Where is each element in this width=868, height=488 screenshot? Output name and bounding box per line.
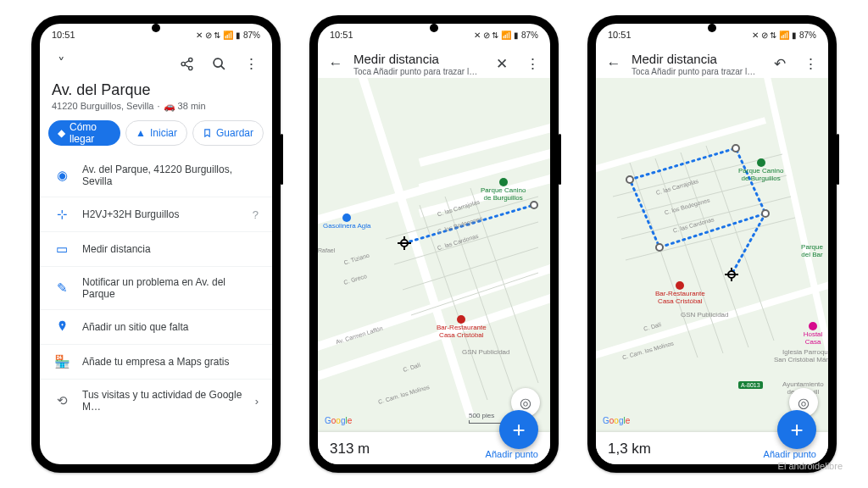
svg-point-0 xyxy=(188,58,192,61)
action-chips: ◆ Cómo llegar ▲ Iniciar Guardar xyxy=(40,117,272,154)
map-canvas[interactable]: Parque Canino de Burguillos Parque del B… xyxy=(596,78,828,432)
poi-bar[interactable]: Bar-Restaurante Casa Cristóbal xyxy=(655,281,705,306)
poi-gsn[interactable]: GSN Publicidad xyxy=(681,312,728,319)
add-point-fab[interactable]: + xyxy=(499,410,538,449)
map-roads xyxy=(596,78,828,432)
measure-node xyxy=(530,201,538,209)
save-button[interactable]: Guardar xyxy=(192,120,264,146)
search-icon[interactable] xyxy=(206,51,231,76)
map-canvas[interactable]: Gasolinera Agla Parque Canino de Burguil… xyxy=(318,78,550,432)
row-business[interactable]: 🏪Añade tu empresa a Maps gratis xyxy=(40,345,272,380)
add-place-icon xyxy=(53,319,70,335)
header-subtitle: Toca Añadir punto para trazar l… xyxy=(353,67,484,76)
back-icon[interactable]: ← xyxy=(601,51,626,76)
road-shield: A-8013 xyxy=(738,381,763,389)
row-pluscode[interactable]: ⊹H2VJ+32H Burguillos? xyxy=(40,197,272,232)
measure-header: ← Medir distancia Toca Añadir punto para… xyxy=(596,46,828,78)
poi-gasolinera[interactable]: Gasolinera Agla xyxy=(323,214,370,230)
chevron-right-icon: › xyxy=(255,395,259,408)
google-logo: Google xyxy=(325,416,352,425)
start-button[interactable]: ▲ Iniciar xyxy=(125,120,187,146)
status-time: 10:51 xyxy=(330,30,353,40)
overflow-icon[interactable]: ⋮ xyxy=(798,51,823,76)
svg-point-2 xyxy=(188,66,192,69)
pencil-icon: ✎ xyxy=(53,280,70,296)
poi-parque[interactable]: Parque Canino de Burguillos xyxy=(481,178,526,202)
poi-gsn[interactable]: GSN Publicidad xyxy=(462,349,509,357)
pluscode-icon: ⊹ xyxy=(53,207,70,222)
overflow-icon[interactable]: ⋮ xyxy=(238,51,264,76)
map-roads xyxy=(318,78,550,432)
status-icons: ✕ ⊘ ⇅ 📶 ▮ xyxy=(196,30,241,40)
header-title: Medir distancia xyxy=(353,52,484,66)
row-report[interactable]: ✎Notificar un problema en Av. del Parque xyxy=(40,267,272,310)
add-point-link[interactable]: Añadir punto xyxy=(486,449,538,459)
poi-bar[interactable]: Bar-Restaurante Casa Cristóbal xyxy=(437,315,487,340)
row-address[interactable]: ◉Av. del Parque, 41220 Burguillos, Sevil… xyxy=(40,154,272,197)
place-subtitle: 41220 Burguillos, Sevilla·🚗 38 min xyxy=(52,101,260,112)
header-subtitle: Toca Añadir punto para trazar l… xyxy=(632,67,762,76)
place-header: Av. del Parque 41220 Burguillos, Sevilla… xyxy=(40,81,272,117)
close-icon[interactable]: ✕ xyxy=(489,51,515,76)
measure-crosshair xyxy=(398,236,411,250)
row-measure[interactable]: ▭Medir distancia xyxy=(40,232,272,267)
history-icon: ⟲ xyxy=(53,393,70,408)
measure-bottombar: + 1,3 km Añadir punto xyxy=(596,432,828,464)
camera-hole xyxy=(708,24,716,32)
status-battery: 87% xyxy=(243,30,260,40)
google-logo: Google xyxy=(603,416,630,425)
place-topbar: ˅ ⋮ xyxy=(40,46,272,81)
store-icon: 🏪 xyxy=(53,354,70,369)
phone-3: 10:51 ✕ ⊘ ⇅ 📶 ▮ 87% ← Medir distancia To… xyxy=(587,15,837,473)
help-icon[interactable]: ? xyxy=(253,208,259,221)
status-time: 10:51 xyxy=(608,30,632,40)
camera-hole xyxy=(430,24,438,32)
svg-point-3 xyxy=(214,58,222,67)
ruler-icon: ▭ xyxy=(53,241,70,257)
pin-icon: ◉ xyxy=(53,168,70,183)
phone-1: 10:51 ✕ ⊘ ⇅ 📶 ▮ 87% ˅ ⋮ Av. del Parque 4… xyxy=(31,15,281,473)
poi-hostal[interactable]: Hostal Casa xyxy=(798,322,828,347)
svg-point-1 xyxy=(181,62,185,65)
measure-node xyxy=(732,144,740,152)
measure-node xyxy=(626,175,634,184)
row-activity[interactable]: ⟲Tus visitas y tu actividad de Google M…… xyxy=(40,380,272,422)
map-scale: 500 pies xyxy=(469,412,504,424)
poi-iglesia[interactable]: Iglesia Parroquial San Cristóbal Mártir … xyxy=(774,349,828,364)
back-icon[interactable]: ← xyxy=(323,51,348,76)
phone-2: 10:51 ✕ ⊘ ⇅ 📶 ▮ 87% ← Medir distancia To… xyxy=(309,15,559,473)
undo-icon[interactable]: ↶ xyxy=(767,51,793,76)
watermark: El androidelibre xyxy=(778,461,843,471)
add-point-link[interactable]: Añadir punto xyxy=(764,449,816,459)
camera-hole xyxy=(152,24,160,32)
details-list: ◉Av. del Parque, 41220 Burguillos, Sevil… xyxy=(40,154,272,464)
poi-parque[interactable]: Parque Canino de Burguillos xyxy=(738,158,783,183)
header-title: Medir distancia xyxy=(632,52,762,66)
collapse-icon[interactable]: ˅ xyxy=(48,51,74,76)
share-icon[interactable] xyxy=(174,51,199,76)
measure-node xyxy=(655,243,664,252)
overflow-icon[interactable]: ⋮ xyxy=(520,51,545,76)
add-point-fab[interactable]: + xyxy=(777,410,816,449)
row-missing[interactable]: Añadir un sitio que falta xyxy=(40,310,272,345)
measure-bottombar: + 313 m Añadir punto xyxy=(318,432,550,464)
directions-button[interactable]: ◆ Cómo llegar xyxy=(48,120,120,146)
status-time: 10:51 xyxy=(52,30,75,40)
measure-header: ← Medir distancia Toca Añadir punto para… xyxy=(318,46,550,78)
poi-parque-bar[interactable]: Parque del Bar xyxy=(796,244,828,259)
measure-crosshair xyxy=(725,268,738,281)
place-title: Av. del Parque xyxy=(52,81,260,99)
measure-node xyxy=(761,209,770,218)
